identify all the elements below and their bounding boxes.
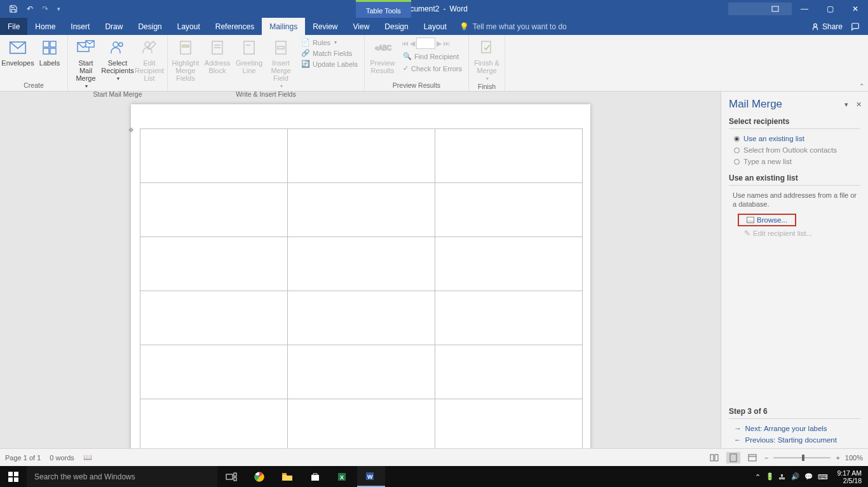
tab-layout[interactable]: Layout: [170, 18, 208, 35]
svg-rect-6: [50, 48, 56, 54]
share-button[interactable]: Share: [811, 22, 843, 31]
maximize-icon[interactable]: ▢: [822, 4, 837, 13]
envelopes-button[interactable]: Envelopes: [3, 36, 33, 68]
zoom-out-icon[interactable]: −: [764, 454, 768, 462]
pane-close-icon[interactable]: ✕: [856, 100, 862, 109]
tab-insert[interactable]: Insert: [63, 18, 97, 35]
label-cell[interactable]: [287, 237, 435, 291]
table-anchor-icon[interactable]: ✥: [128, 127, 133, 132]
highlight-icon: [175, 38, 196, 58]
preview-icon: «ABC»: [372, 38, 393, 58]
collapse-ribbon-icon[interactable]: ⌃: [859, 83, 864, 90]
volume-icon[interactable]: 🔊: [791, 472, 799, 481]
svg-point-10: [119, 43, 123, 46]
label-cell[interactable]: [287, 291, 435, 345]
tab-tt-layout[interactable]: Layout: [416, 18, 454, 35]
start-button[interactable]: [0, 466, 27, 487]
clock[interactable]: 9:17 AM 2/5/18: [833, 469, 865, 484]
label-table[interactable]: [140, 128, 583, 448]
undo-icon[interactable]: ↶: [27, 4, 33, 13]
ribbon-display-icon[interactable]: [771, 6, 787, 12]
tray-chevron-icon[interactable]: ⌃: [755, 473, 761, 481]
tab-tt-design[interactable]: Design: [377, 18, 416, 35]
app-name: Word: [449, 4, 467, 13]
label-cell[interactable]: [140, 399, 287, 449]
zoom-in-icon[interactable]: +: [836, 454, 839, 462]
label-cell[interactable]: [435, 183, 582, 237]
svg-point-1: [814, 24, 817, 27]
mail-merge-pane: Mail Merge ▾ ✕ Select recipients Use an …: [721, 92, 868, 448]
label-cell[interactable]: [435, 345, 582, 399]
tell-me-search[interactable]: 💡 Tell me what you want to do: [459, 22, 567, 31]
select-recipients-button[interactable]: Select Recipients ▾: [102, 36, 133, 83]
svg-rect-31: [14, 477, 18, 482]
web-layout-icon[interactable]: [745, 452, 759, 463]
keyboard-icon[interactable]: ⌨: [818, 473, 828, 481]
next-record-icon: ▶: [437, 39, 442, 48]
label-cell[interactable]: [435, 399, 582, 449]
radio-type-new-list[interactable]: Type a new list: [729, 156, 860, 167]
task-view-icon[interactable]: [217, 466, 245, 487]
battery-icon[interactable]: 🔋: [766, 472, 774, 481]
pane-options-icon[interactable]: ▾: [844, 100, 848, 109]
greeting-icon: [239, 38, 259, 58]
contextual-table-tools: Table Tools: [356, 0, 411, 18]
file-explorer-icon[interactable]: [273, 466, 301, 487]
tab-design[interactable]: Design: [130, 18, 169, 35]
tab-file[interactable]: File: [0, 18, 27, 35]
print-layout-icon[interactable]: [726, 452, 740, 463]
read-mode-icon[interactable]: [707, 452, 721, 463]
minimize-icon[interactable]: —: [797, 4, 812, 13]
save-icon[interactable]: [9, 4, 18, 13]
tab-view[interactable]: View: [346, 18, 377, 35]
browse-button[interactable]: Browse...: [738, 214, 796, 226]
next-step-link[interactable]: → Next: Arrange your labels: [729, 423, 860, 434]
store-icon[interactable]: [301, 466, 329, 487]
chevron-down-icon: ▾: [280, 83, 283, 89]
label-cell[interactable]: [287, 129, 435, 183]
label-cell[interactable]: [287, 399, 435, 449]
arrow-left-icon: ←: [734, 436, 742, 444]
comments-icon[interactable]: [850, 22, 860, 31]
label-cell[interactable]: [140, 183, 287, 237]
label-cell[interactable]: [140, 291, 287, 345]
svg-rect-33: [234, 473, 236, 476]
label-cell[interactable]: [287, 183, 435, 237]
network-icon[interactable]: 🖧: [779, 473, 786, 481]
tab-mailings[interactable]: Mailings: [262, 18, 305, 35]
label-cell[interactable]: [140, 129, 287, 183]
zoom-value[interactable]: 100%: [845, 454, 863, 462]
finish-icon: [477, 38, 497, 58]
greeting-line-button: Greeting Line: [234, 36, 264, 76]
labels-button[interactable]: Labels: [34, 36, 65, 68]
label-cell[interactable]: [140, 345, 287, 399]
chrome-icon[interactable]: [245, 466, 273, 487]
word-icon[interactable]: W: [357, 466, 385, 487]
zoom-slider[interactable]: [773, 457, 831, 458]
close-icon[interactable]: ✕: [848, 4, 863, 13]
spellcheck-icon[interactable]: 📖: [83, 453, 92, 462]
radio-use-existing[interactable]: Use an existing list: [729, 133, 860, 144]
excel-icon[interactable]: X: [329, 466, 357, 487]
prev-step-link[interactable]: ← Previous: Starting document: [729, 434, 860, 446]
tab-home[interactable]: Home: [27, 18, 63, 35]
label-cell[interactable]: [140, 237, 287, 291]
label-cell[interactable]: [435, 129, 582, 183]
label-cell[interactable]: [287, 345, 435, 399]
tab-draw[interactable]: Draw: [97, 18, 130, 35]
start-mail-merge-button[interactable]: Start Mail Merge ▾: [71, 36, 101, 90]
update-icon: 🔄: [301, 60, 310, 68]
label-cell[interactable]: [435, 291, 582, 345]
tab-review[interactable]: Review: [305, 18, 345, 35]
qa-dropdown-icon[interactable]: ▾: [57, 6, 60, 12]
tab-references[interactable]: References: [208, 18, 262, 35]
taskbar-search[interactable]: Search the web and Windows: [27, 466, 217, 487]
document-page[interactable]: ✥: [131, 104, 590, 448]
notifications-icon[interactable]: 💬: [804, 472, 813, 481]
label-cell[interactable]: [435, 237, 582, 291]
word-count[interactable]: 0 words: [50, 454, 74, 462]
radio-outlook-contacts[interactable]: Select from Outlook contacts: [729, 144, 860, 156]
page-status[interactable]: Page 1 of 1: [5, 454, 41, 462]
redo-icon[interactable]: ↷: [42, 4, 48, 13]
document-area[interactable]: ✥: [0, 92, 721, 448]
